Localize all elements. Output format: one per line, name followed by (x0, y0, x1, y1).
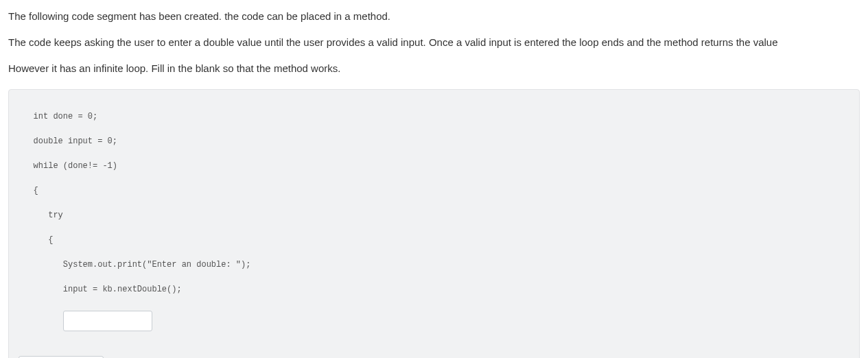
code-line: { (19, 184, 849, 197)
code-indent (19, 308, 849, 338)
code-line: double input = 0; (19, 135, 849, 147)
code-line: while (done!= -1) (19, 160, 849, 172)
code-line: int done = 0; (19, 110, 849, 123)
code-block: int done = 0; double input = 0; while (d… (8, 89, 860, 358)
question-paragraph-1: The following code segment has been crea… (8, 8, 860, 25)
question-paragraph-3: However it has an infinite loop. Fill in… (8, 60, 860, 77)
code-line: input = kb.nextDouble(); (19, 283, 849, 296)
question-paragraph-2: The code keeps asking the user to enter … (8, 34, 860, 51)
question-text: The following code segment has been crea… (8, 8, 860, 77)
code-line: { (19, 234, 849, 246)
fill-blank-input-1[interactable] (63, 311, 152, 331)
code-line: System.out.print("Enter an double: "); (19, 259, 849, 271)
code-line: try (19, 209, 849, 222)
